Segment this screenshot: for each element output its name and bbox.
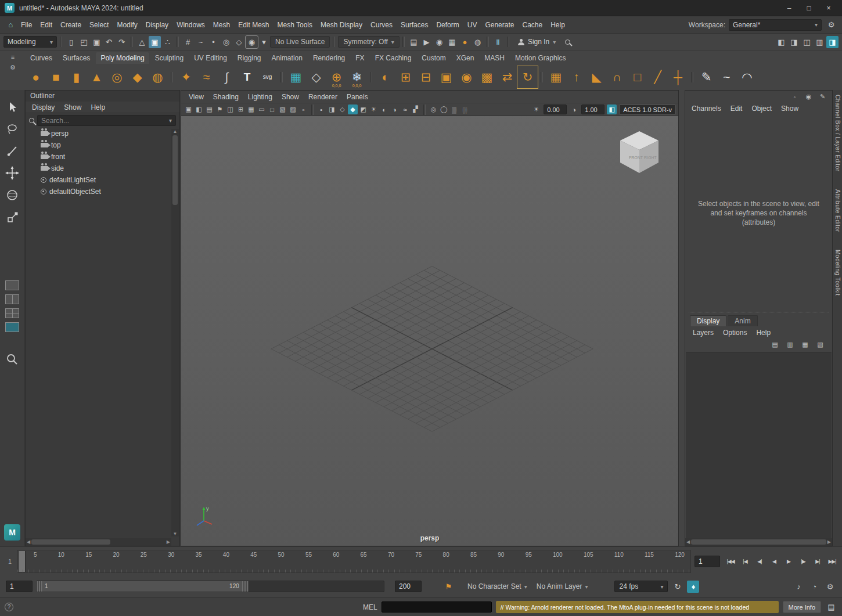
gamma-icon[interactable]: ◑	[569, 105, 579, 114]
menu-item[interactable]: Mesh Display	[316, 19, 366, 31]
maximize-button[interactable]: □	[800, 2, 818, 15]
outliner-search-input[interactable]: Search... ▾	[37, 115, 176, 126]
extrude-icon[interactable]: ↑	[566, 66, 586, 88]
viewport-menu-item[interactable]: Lighting	[244, 92, 276, 102]
two-d-pan-zoom-icon[interactable]: ⊞	[236, 105, 246, 114]
layer-editor-menu-item[interactable]: Help	[752, 328, 775, 337]
go-to-start-button[interactable]: |◀◀	[724, 554, 737, 568]
textured-mode-icon[interactable]: ◩	[358, 105, 368, 114]
scroll-up-icon[interactable]: ▲	[173, 129, 178, 134]
outliner-menu-item[interactable]: Show	[60, 103, 85, 112]
exposure-icon[interactable]: ☀	[531, 105, 541, 114]
poly-plane-icon[interactable]: ◆	[127, 66, 147, 88]
tab-attribute-editor[interactable]: Attribute Editor	[834, 189, 841, 232]
move-tool[interactable]	[5, 165, 20, 181]
shelf-options-gear-icon[interactable]: ⚙	[10, 64, 16, 71]
tab-display[interactable]: Display	[690, 315, 726, 326]
scroll-down-icon[interactable]: ▼	[173, 531, 178, 536]
menu-item[interactable]: Modify	[113, 19, 141, 31]
gamma-field[interactable]: 1.00	[581, 105, 604, 114]
menu-item[interactable]: Windows	[172, 19, 209, 31]
xray-icon[interactable]: ▒	[449, 105, 459, 114]
step-forward-key-button[interactable]: ▶|	[811, 554, 825, 568]
poly-cube-icon[interactable]: ■	[46, 66, 66, 88]
grid-toggle-icon[interactable]: ▦	[246, 105, 256, 114]
shelf-tab[interactable]: MASH	[480, 52, 509, 64]
shelf-tab[interactable]: Rigging	[233, 52, 266, 64]
menu-item[interactable]: Create	[56, 19, 85, 31]
render-frame-icon[interactable]: ▶	[420, 36, 433, 48]
shelf-tab[interactable]: Rendering	[308, 52, 350, 64]
menu-item[interactable]: Help	[546, 19, 569, 31]
combine-icon[interactable]: ⊞	[395, 66, 416, 88]
menu-item[interactable]: UV	[463, 19, 481, 31]
more-info-button[interactable]: More Info	[783, 601, 821, 613]
scroll-left-icon[interactable]: ◀	[686, 539, 690, 545]
viewport-menu-item[interactable]: View	[185, 92, 208, 102]
separate-icon[interactable]: ⊟	[416, 66, 436, 88]
zoom-tool-icon[interactable]	[5, 352, 20, 367]
outliner-item[interactable]: persp	[26, 128, 179, 139]
mute-audio-icon[interactable]: ♪	[793, 581, 805, 593]
symmetry-tool-icon[interactable]: ◇	[306, 66, 326, 88]
range-start-handle[interactable]	[37, 581, 43, 592]
resolution-gate-icon[interactable]: □	[267, 105, 277, 114]
command-input[interactable]	[382, 601, 492, 613]
bevel-icon[interactable]: ◣	[586, 66, 607, 88]
viewport-menu-item[interactable]: Show	[278, 92, 303, 102]
zero-transforms-icon[interactable]: ❄0,0,0	[347, 66, 367, 88]
menu-item[interactable]: Surfaces	[397, 19, 432, 31]
live-surface-field[interactable]: No Live Surface	[270, 36, 330, 48]
minimize-button[interactable]: –	[780, 2, 798, 15]
current-frame-field[interactable]: 1	[695, 556, 720, 567]
fill-hole-icon[interactable]: ▣	[436, 66, 456, 88]
shadows-icon[interactable]: ◐	[379, 105, 389, 114]
shelf-tab[interactable]: UV Editing	[189, 52, 232, 64]
platonic-solid-icon[interactable]: ✦	[176, 66, 196, 88]
retopologize-icon[interactable]: ▦	[546, 66, 566, 88]
layer-editor-menu-item[interactable]: Layers	[689, 328, 718, 337]
scrollbar-thumb[interactable]	[172, 135, 178, 205]
anti-alias-icon[interactable]: ▞	[411, 105, 420, 114]
select-object-icon[interactable]: ▣	[149, 36, 161, 48]
select-hierarchy-icon[interactable]: △	[136, 36, 148, 48]
svg-tool-icon[interactable]: svg	[257, 66, 278, 88]
anim-layer-selector[interactable]: No Anim Layer ▾	[537, 582, 588, 590]
step-forward-frame-button[interactable]: |▶	[796, 554, 810, 568]
menu-set-selector[interactable]: Modeling ▾	[3, 36, 57, 48]
step-back-key-button[interactable]: |◀	[738, 554, 752, 568]
symmetry-selector[interactable]: Symmetry: Off ▾	[338, 36, 399, 48]
help-icon[interactable]: ?	[5, 603, 13, 611]
isolate-select-icon[interactable]: ◯	[439, 105, 449, 114]
hud-toggle-icon[interactable]: ◨	[327, 105, 337, 114]
animation-end-field[interactable]: 200	[395, 581, 422, 592]
view-transform-toggle-icon[interactable]: ◧	[607, 105, 617, 114]
outliner-item[interactable]: defaultLightSet	[26, 174, 179, 186]
poly-torus-icon[interactable]: ◎	[107, 66, 127, 88]
auto-key-button[interactable]: ♦	[687, 581, 699, 593]
pause-viewport-icon[interactable]: ‖	[492, 36, 504, 48]
menu-item[interactable]: Cache	[518, 19, 546, 31]
image-plane-icon[interactable]: ◫	[225, 105, 235, 114]
wireframe-mode-icon[interactable]: ◇	[337, 105, 347, 114]
character-set-selector[interactable]: No Character Set ▾	[467, 582, 527, 590]
type-tool-icon[interactable]: T	[237, 66, 257, 88]
paint-select-tool[interactable]	[5, 143, 20, 158]
undo-icon[interactable]: ↶	[103, 36, 115, 48]
channel-edit-icon[interactable]: ✎	[818, 92, 827, 102]
shelf-tab[interactable]: Poly Modeling	[96, 52, 149, 64]
poly-cylinder-icon[interactable]: ▮	[66, 66, 87, 88]
new-empty-layer-icon[interactable]: ▤	[770, 340, 780, 350]
menu-item[interactable]: Select	[85, 19, 113, 31]
render-sequence-icon[interactable]: ▦	[446, 36, 458, 48]
layer-list[interactable]	[686, 352, 832, 538]
shelf-tab[interactable]: Motion Graphics	[510, 52, 570, 64]
remesh-icon[interactable]: ↻	[517, 66, 538, 88]
playback-loop-icon[interactable]: ↻	[671, 581, 683, 593]
play-backwards-button[interactable]: ◀	[767, 554, 781, 568]
make-live-icon[interactable]: ◉	[246, 36, 258, 48]
smooth-icon[interactable]: ◉	[456, 66, 477, 88]
scroll-left-icon[interactable]: ◀	[27, 539, 30, 545]
shelf-tab[interactable]: FX Caching	[370, 52, 416, 64]
tab-anim[interactable]: Anim	[728, 315, 757, 326]
